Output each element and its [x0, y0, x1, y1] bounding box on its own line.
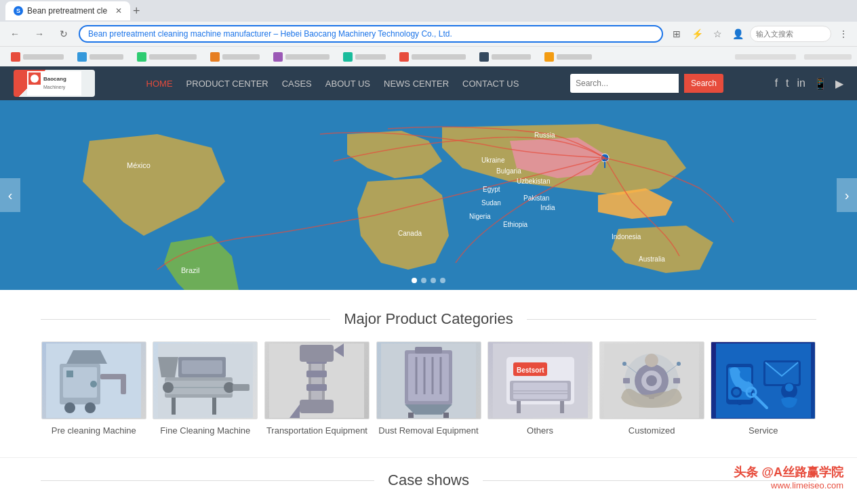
tab-favicon: S	[14, 6, 23, 16]
svg-text:Pakistan: Pakistan	[523, 194, 549, 202]
product-card-pre-cleaning[interactable]: Pre cleaning Machine	[41, 341, 147, 437]
hero-dot-1[interactable]	[412, 278, 417, 283]
browser-chrome: S Bean pretreatment cle ✕ + ← → ↻ ⊞ ⚡ ☆ …	[0, 0, 857, 66]
svg-text:Bulgaria: Bulgaria	[496, 167, 521, 175]
svg-text:Baocang: Baocang	[43, 76, 66, 82]
profile-button[interactable]: 👤	[730, 26, 746, 42]
product-card-customized[interactable]: Customized	[599, 341, 705, 437]
browser-search-input[interactable]	[750, 26, 831, 42]
svg-rect-76	[560, 401, 564, 413]
menu-button[interactable]: ⋮	[835, 26, 852, 42]
nav-links: HOME PRODUCT CENTER CASES ABOUT US NEWS …	[146, 79, 519, 89]
svg-point-2	[31, 75, 39, 83]
product-categories-section: Major Product Categories	[0, 290, 857, 457]
svg-rect-41	[233, 384, 250, 391]
svg-text:Australia: Australia	[639, 255, 665, 263]
nav-search-input[interactable]	[570, 74, 679, 93]
product-card-dust-removal[interactable]: Dust Removal Equipment	[376, 341, 482, 437]
nav-cases[interactable]: CASES	[282, 79, 312, 89]
section-line-right	[527, 319, 816, 320]
section-title-row: Major Product Categories	[41, 310, 816, 328]
svg-point-81	[646, 375, 657, 386]
cases-line-left	[41, 480, 374, 481]
refresh-button[interactable]: ↻	[54, 24, 73, 43]
product-label-customized: Customized	[629, 425, 675, 437]
bookmark-2[interactable]	[72, 51, 129, 63]
svg-point-29	[85, 402, 96, 413]
svg-point-86	[645, 354, 658, 367]
site-logo[interactable]: Baocang Machinery	[14, 70, 95, 97]
svg-text:Ukraine: Ukraine	[481, 156, 505, 164]
svg-rect-66	[443, 413, 449, 418]
product-image-dust-removal	[376, 341, 481, 419]
new-tab-button[interactable]: +	[133, 4, 140, 18]
product-card-others[interactable]: Bestsort Others	[487, 341, 593, 437]
hero-next-button[interactable]: ›	[837, 178, 857, 212]
product-card-service[interactable]: Service	[710, 341, 816, 437]
nav-search-button[interactable]: Search	[684, 74, 723, 93]
facebook-icon[interactable]: f	[775, 77, 778, 89]
section-title: Major Product Categories	[330, 310, 526, 328]
svg-point-28	[64, 402, 75, 413]
browser-title-bar: S Bean pretreatment cle ✕ +	[0, 0, 857, 22]
whatsapp-icon[interactable]: 📱	[814, 77, 827, 90]
bookmark-7[interactable]	[394, 51, 471, 63]
bookmark-5[interactable]	[268, 51, 335, 63]
hero-dot-3[interactable]	[431, 278, 436, 283]
product-label-transportation: Transportation Equipment	[266, 425, 367, 437]
bookmark-4[interactable]	[205, 51, 265, 63]
svg-text:Machinery: Machinery	[43, 85, 66, 90]
svg-rect-50	[306, 371, 327, 377]
product-image-others: Bestsort	[487, 341, 593, 419]
product-image-service	[711, 341, 816, 419]
browser-actions: ⊞ ⚡ ☆ 👤 ⋮	[669, 26, 852, 42]
svg-rect-31	[121, 374, 126, 394]
youtube-icon[interactable]: ▶	[835, 77, 843, 90]
svg-text:Canada: Canada	[398, 230, 422, 237]
svg-text:Uzbekistan: Uzbekistan	[517, 177, 550, 185]
cases-section-title: Case shows	[374, 471, 483, 489]
bookmark-9[interactable]	[539, 51, 597, 63]
svg-rect-43	[182, 360, 222, 374]
nav-bar: Baocang Machinery HOME PRODUCT CENTER CA…	[0, 66, 857, 100]
svg-point-38	[163, 382, 174, 393]
product-image-transportation	[264, 341, 370, 419]
nav-home[interactable]: HOME	[146, 79, 173, 89]
svg-text:Bestsort: Bestsort	[517, 366, 544, 374]
product-image-customized	[599, 341, 704, 419]
grid-view-button[interactable]: ⊞	[669, 26, 685, 42]
linkedin-icon[interactable]: in	[797, 77, 805, 89]
back-button[interactable]: ←	[5, 24, 24, 43]
product-label-others: Others	[527, 425, 553, 437]
forward-button[interactable]: →	[30, 24, 49, 43]
website: Baocang Machinery HOME PRODUCT CENTER CA…	[0, 66, 857, 504]
product-label-dust-removal: Dust Removal Equipment	[378, 425, 478, 437]
nav-about-us[interactable]: ABOUT US	[325, 79, 370, 89]
social-icons: f t in 📱 ▶	[775, 77, 843, 90]
svg-rect-84	[623, 378, 630, 383]
bookmark-6[interactable]	[338, 51, 391, 63]
twitter-icon[interactable]: t	[786, 77, 789, 89]
star-button[interactable]: ☆	[709, 26, 725, 42]
svg-marker-27	[66, 350, 107, 364]
browser-tab[interactable]: S Bean pretreatment cle ✕	[5, 1, 130, 20]
svg-point-33	[90, 381, 97, 387]
hero-dot-2[interactable]	[421, 278, 426, 283]
nav-product-center[interactable]: PRODUCT CENTER	[186, 79, 268, 89]
product-card-transportation[interactable]: Transportation Equipment	[264, 341, 370, 437]
tab-label: Bean pretreatment cle	[27, 6, 107, 16]
product-card-fine-cleaning[interactable]: Fine Cleaning Machine	[153, 341, 259, 437]
nav-news-center[interactable]: NEWS CENTER	[384, 79, 449, 89]
hero-dot-4[interactable]	[440, 278, 445, 283]
product-label-service: Service	[749, 425, 778, 437]
bookmark-8[interactable]	[474, 51, 536, 63]
hero-prev-button[interactable]: ‹	[0, 178, 20, 212]
address-input[interactable]	[79, 25, 663, 43]
bookmark-1[interactable]	[5, 51, 69, 63]
svg-rect-32	[66, 371, 73, 377]
bookmark-3[interactable]	[132, 51, 202, 63]
nav-contact-us[interactable]: CONTACT US	[462, 79, 519, 89]
lightning-button[interactable]: ⚡	[689, 26, 705, 42]
tab-close-button[interactable]: ✕	[115, 6, 122, 16]
hero-banner: ‹	[0, 100, 857, 290]
